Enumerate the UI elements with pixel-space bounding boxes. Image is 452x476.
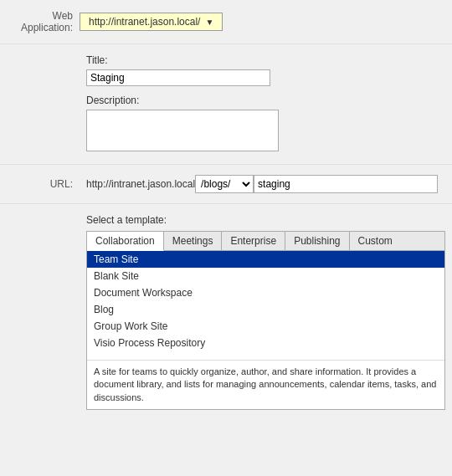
template-item-document-workspace[interactable]: Document Workspace [87, 284, 444, 301]
web-application-url: http://intranet.jason.local/ [89, 16, 200, 28]
template-item-visio-process-repository[interactable]: Visio Process Repository [87, 335, 444, 351]
template-label-col [0, 214, 80, 410]
url-path-dropdown[interactable]: /blogs/ /sites/ / [195, 175, 254, 193]
url-label: URL: [0, 175, 80, 193]
description-label: Description: [86, 95, 439, 106]
template-field-col: Select a template: Collaboration Meeting… [80, 214, 452, 410]
title-label-col [0, 54, 80, 154]
title-description-row: Title: Description: [0, 44, 452, 165]
web-application-row: Web Application: http://intranet.jason.l… [0, 0, 452, 44]
title-label: Title: [86, 54, 439, 66]
web-application-button[interactable]: http://intranet.jason.local/ ▼ [80, 13, 223, 31]
template-row: Select a template: Collaboration Meeting… [0, 204, 452, 410]
template-item-group-work-site[interactable]: Group Work Site [87, 318, 444, 335]
tab-enterprise[interactable]: Enterprise [222, 232, 285, 250]
template-list: Team Site Blank Site Document Workspace … [87, 251, 444, 360]
url-label-text: URL: [50, 178, 73, 190]
url-inline: http://intranet.jason.local /blogs/ /sit… [86, 175, 439, 193]
description-wrapper [86, 110, 279, 151]
url-row: URL: http://intranet.jason.local /blogs/… [0, 165, 452, 204]
url-static-part: http://intranet.jason.local [86, 177, 195, 192]
tab-publishing[interactable]: Publishing [285, 232, 349, 250]
tab-collaboration[interactable]: Collaboration [87, 232, 164, 251]
tab-custom[interactable]: Custom [350, 232, 401, 250]
title-input[interactable] [86, 69, 270, 86]
template-item-blog[interactable]: Blog [87, 301, 444, 318]
description-textarea[interactable] [86, 110, 279, 151]
template-item-blank-site[interactable]: Blank Site [87, 268, 444, 284]
url-suffix-input[interactable] [254, 175, 438, 193]
chevron-down-icon: ▼ [205, 18, 213, 27]
template-item-team-site[interactable]: Team Site [87, 251, 444, 268]
template-description: A site for teams to quickly organize, au… [87, 360, 444, 409]
tabs-header: Collaboration Meetings Enterprise Publis… [87, 232, 444, 251]
tab-meetings[interactable]: Meetings [164, 232, 223, 250]
tabs-container: Collaboration Meetings Enterprise Publis… [86, 231, 445, 410]
page-container: Web Application: http://intranet.jason.l… [0, 0, 452, 476]
title-field-col: Title: Description: [80, 54, 452, 154]
template-select-label: Select a template: [86, 214, 445, 226]
web-application-label: Web Application: [0, 10, 80, 33]
url-field-col: http://intranet.jason.local /blogs/ /sit… [80, 175, 452, 193]
